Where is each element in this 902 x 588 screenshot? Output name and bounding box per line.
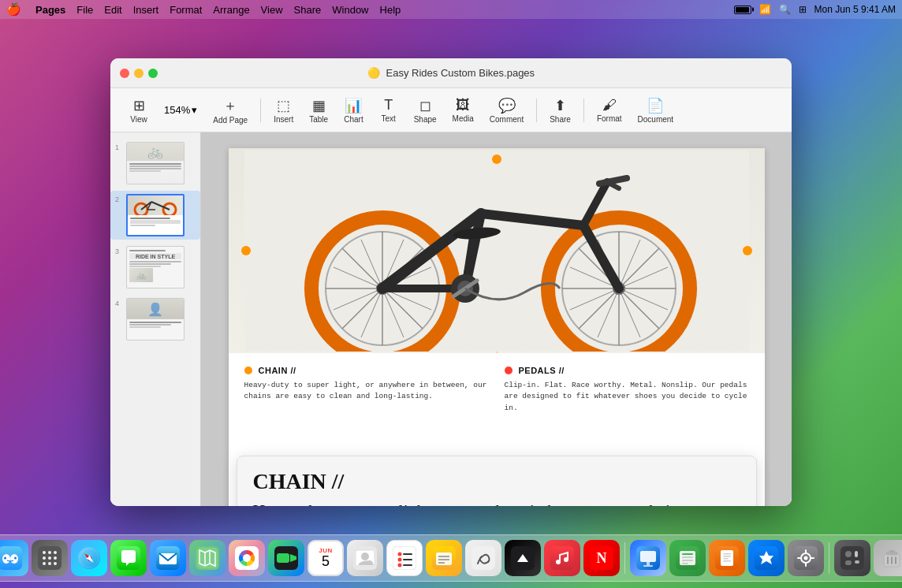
thumbnail-sidebar: 1 🚲 2 [110,132,201,506]
close-button[interactable] [120,69,129,78]
menubar-format[interactable]: Format [170,4,202,16]
minimize-button[interactable] [134,69,144,78]
dock-app-contacts[interactable] [347,540,383,576]
dock-app-news[interactable]: N [583,540,620,576]
toolbar-media[interactable]: 🖼 Media [446,94,480,126]
menubar-window[interactable]: Window [332,4,368,16]
toolbar-table[interactable]: ▦ Table [303,94,334,127]
controlcenter-icon [840,546,864,570]
view-icon: ⊞ [133,97,145,114]
menubar-insert[interactable]: Insert [133,4,159,16]
toolbar-text[interactable]: T Text [373,94,404,126]
thumb-4-img: 👤 [126,298,184,341]
contacts-icon [353,546,377,570]
toolbar-shape[interactable]: ◻ Shape [408,94,443,127]
calendar-day: 5 [322,554,330,568]
toolbar-shape-label: Shape [414,115,437,124]
trash-icon [880,546,902,570]
svg-point-46 [4,557,6,560]
menubar-app-name[interactable]: Pages [35,4,65,16]
dock-app-facetime[interactable] [268,540,304,576]
svg-rect-124 [845,560,852,565]
apple-menu[interactable]: 🍎 [6,2,21,17]
thumbnail-2[interactable]: 2 [110,191,200,240]
svg-point-93 [556,560,561,564]
menubar-edit[interactable]: Edit [104,4,121,16]
svg-point-116 [804,556,808,560]
search-icon[interactable]: 🔍 [779,4,791,15]
svg-rect-92 [550,546,574,570]
svg-point-77 [361,553,369,560]
svg-rect-100 [643,565,653,567]
menubar-file[interactable]: File [76,4,93,16]
selection-handle-top[interactable] [492,154,501,164]
dock-app-maps[interactable] [189,540,226,576]
toolbar-chart-label: Chart [344,115,363,124]
selection-handle-right[interactable] [743,246,752,255]
dock-app-pages[interactable] [709,540,745,576]
menubar: 🍎 Pages File Edit Insert Format Arrange … [0,0,902,19]
toolbar-zoom[interactable]: 154% ▾ [158,101,203,119]
toolbar-document[interactable]: 📄 Document [632,94,680,127]
maximize-button[interactable] [148,69,158,78]
doc-col-pedals-title: PEDALS // [505,366,749,375]
dock-app-numbers[interactable] [669,540,706,576]
battery-icon [734,6,751,14]
dock-app-appstore[interactable] [748,540,785,576]
safari-icon [77,546,101,570]
thumbnail-1[interactable]: 1 🚲 [110,139,200,188]
bike-image-area[interactable] [229,148,765,353]
dock-app-finder[interactable] [0,540,28,576]
dock-app-trash[interactable] [874,540,902,576]
toolbar-add-page[interactable]: ＋ Add Page [207,93,254,128]
toolbar-share-label: Share [550,115,571,124]
toolbar-format-label: Format [597,114,622,123]
selection-handle-left[interactable] [241,246,251,255]
svg-rect-112 [723,560,731,562]
tooltip-title: CHAIN // [253,469,740,494]
dock-app-freeform[interactable] [465,540,501,576]
dock-app-mail[interactable] [150,540,186,576]
toolbar-share[interactable]: ⬆ Share [543,94,577,127]
dock-app-photos[interactable] [229,540,265,576]
toolbar-view[interactable]: ⊞ View [123,94,155,127]
dock-app-launchpad[interactable] [32,540,68,576]
toolbar-format[interactable]: 🖌 Format [591,94,628,126]
control-center-icon[interactable]: ⊞ [799,4,807,15]
svg-point-122 [845,551,852,557]
dock-app-notes[interactable] [426,540,462,576]
menubar-view[interactable]: View [261,4,283,16]
dock-app-messages[interactable] [110,540,147,576]
dock-app-systemprefs[interactable] [788,540,824,576]
pages-icon [715,546,739,570]
svg-rect-105 [682,560,693,561]
dock-app-reminders[interactable] [386,540,423,576]
toolbar-insert[interactable]: ⬚ Insert [267,94,300,127]
dock-app-safari[interactable] [71,540,107,576]
svg-point-50 [48,551,51,554]
svg-point-45 [10,554,18,564]
zoom-value: 154% [164,104,190,116]
music-icon [550,546,574,570]
svg-rect-99 [647,562,650,565]
toolbar-comment[interactable]: 💬 Comment [483,94,530,127]
dock-app-calendar[interactable]: JUN 5 [308,540,344,576]
dock-separator-2 [829,542,829,574]
dock-app-appletv[interactable] [505,540,541,576]
window-title: 🟡 Easy Rides Custom Bikes.pages [367,67,535,79]
doc-area[interactable]: CHAIN // Heavy-duty to super light, or a… [201,132,792,506]
media-icon: 🖼 [456,97,470,114]
dock-app-keynote[interactable] [630,540,666,576]
dock-app-music[interactable] [544,540,580,576]
menubar-help[interactable]: Help [380,4,401,16]
menubar-share[interactable]: Share [294,4,322,16]
dock-app-controlcenter[interactable] [834,540,870,576]
toolbar-divider-1 [260,99,261,122]
thumbnail-3[interactable]: 3 RIDE IN STYLE 🚲 [110,243,200,292]
toolbar-chart[interactable]: 📊 Chart [337,94,369,127]
thumbnail-4[interactable]: 4 👤 [110,295,200,344]
svg-rect-129 [889,550,894,553]
svg-rect-125 [855,560,859,564]
news-icon: N [590,546,613,570]
menubar-arrange[interactable]: Arrange [213,4,249,16]
